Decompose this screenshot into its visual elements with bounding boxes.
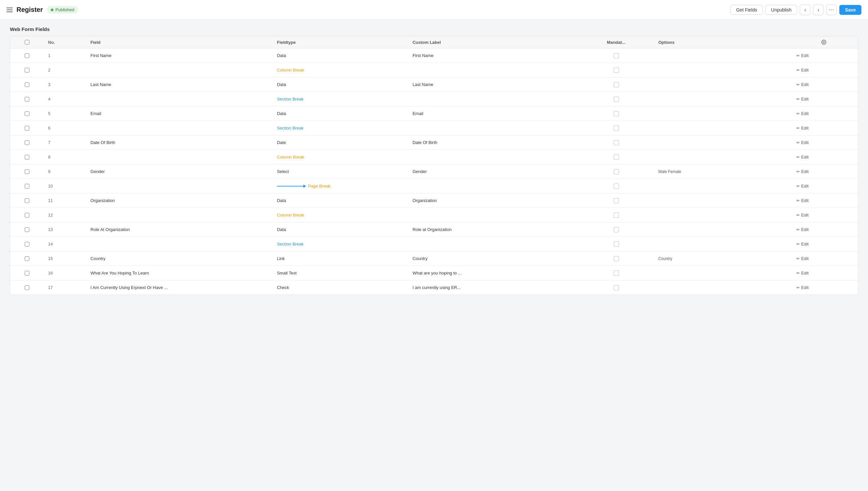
- mandatory-checkbox[interactable]: [614, 256, 619, 261]
- row-fieldtype: Small Text: [273, 266, 409, 281]
- mandatory-checkbox[interactable]: [614, 183, 619, 189]
- mandatory-checkbox[interactable]: [614, 198, 619, 203]
- row-number: 10: [44, 179, 87, 194]
- edit-button[interactable]: ✏ Edit: [794, 81, 811, 88]
- edit-pencil-icon: ✏: [796, 140, 800, 145]
- edit-button[interactable]: ✏ Edit: [794, 110, 811, 117]
- mandatory-checkbox[interactable]: [614, 96, 619, 102]
- menu-icon[interactable]: [7, 7, 12, 12]
- edit-button[interactable]: ✏ Edit: [794, 211, 811, 219]
- row-checkbox[interactable]: [25, 111, 29, 116]
- row-checkbox[interactable]: [25, 82, 29, 87]
- row-number: 11: [44, 194, 87, 208]
- mandatory-checkbox[interactable]: [614, 67, 619, 73]
- edit-label: Edit: [801, 212, 808, 218]
- row-fieldtype: Data: [273, 223, 409, 237]
- row-checkbox[interactable]: [25, 140, 29, 145]
- edit-button[interactable]: ✏ Edit: [794, 52, 811, 59]
- edit-button[interactable]: ✏ Edit: [794, 226, 811, 233]
- mandatory-checkbox[interactable]: [614, 140, 619, 145]
- row-checkbox[interactable]: [25, 53, 29, 58]
- edit-button[interactable]: ✏ Edit: [794, 182, 811, 190]
- page-title: Register: [17, 6, 43, 13]
- row-mandatory: [578, 107, 654, 121]
- edit-pencil-icon: ✏: [796, 285, 800, 290]
- table-row: 1First NameDataFirst Name ✏ Edit: [10, 49, 858, 63]
- row-fieldtype: Data: [273, 78, 409, 92]
- get-fields-button[interactable]: Get Fields: [731, 5, 763, 15]
- row-mandatory: [578, 281, 654, 295]
- edit-button[interactable]: ✏ Edit: [794, 153, 811, 161]
- edit-label: Edit: [801, 53, 808, 58]
- next-button[interactable]: ›: [813, 5, 823, 15]
- row-number: 12: [44, 208, 87, 223]
- row-mandatory: [578, 150, 654, 165]
- edit-pencil-icon: ✏: [796, 111, 800, 116]
- row-custom-label: Role at Organization: [409, 223, 578, 237]
- mandatory-checkbox[interactable]: [614, 53, 619, 58]
- prev-button[interactable]: ‹: [800, 5, 810, 15]
- save-button[interactable]: Save: [839, 5, 861, 15]
- edit-button[interactable]: ✏ Edit: [794, 240, 811, 248]
- row-options: [654, 150, 790, 165]
- edit-button[interactable]: ✏ Edit: [794, 197, 811, 204]
- row-checkbox[interactable]: [25, 68, 29, 73]
- edit-label: Edit: [801, 96, 808, 102]
- mandatory-checkbox[interactable]: [614, 227, 619, 232]
- edit-button[interactable]: ✏ Edit: [794, 168, 811, 175]
- select-all-checkbox[interactable]: [25, 40, 29, 45]
- row-checkbox[interactable]: [25, 256, 29, 261]
- edit-pencil-icon: ✏: [796, 68, 800, 73]
- edit-label: Edit: [801, 140, 808, 145]
- mandatory-checkbox[interactable]: [614, 125, 619, 131]
- row-number: 15: [44, 252, 87, 266]
- row-custom-label: [409, 63, 578, 78]
- mandatory-checkbox[interactable]: [614, 111, 619, 116]
- row-checkbox[interactable]: [25, 227, 29, 232]
- row-checkbox[interactable]: [25, 198, 29, 203]
- edit-button[interactable]: ✏ Edit: [794, 66, 811, 74]
- mandatory-checkbox[interactable]: [614, 241, 619, 247]
- row-checkbox[interactable]: [25, 271, 29, 276]
- edit-label: Edit: [801, 198, 808, 203]
- unpublish-button[interactable]: Unpublish: [765, 5, 797, 15]
- row-field: [86, 150, 273, 165]
- mandatory-checkbox[interactable]: [614, 154, 619, 160]
- row-checkbox[interactable]: [25, 184, 29, 189]
- edit-button[interactable]: ✏ Edit: [794, 255, 811, 262]
- edit-button[interactable]: ✏ Edit: [794, 95, 811, 103]
- row-checkbox[interactable]: [25, 213, 29, 218]
- row-custom-label: First Name: [409, 49, 578, 63]
- status-badge: Published: [47, 6, 78, 13]
- edit-label: Edit: [801, 67, 808, 73]
- col-label-header: Custom Label: [409, 36, 578, 49]
- row-number: 17: [44, 281, 87, 295]
- edit-button[interactable]: ✏ Edit: [794, 284, 811, 291]
- row-checkbox[interactable]: [25, 97, 29, 102]
- edit-label: Edit: [801, 154, 808, 160]
- row-mandatory: [578, 194, 654, 208]
- edit-pencil-icon: ✏: [796, 184, 800, 189]
- table-row: 16What Are You Hoping To LearnSmall Text…: [10, 266, 858, 281]
- row-checkbox[interactable]: [25, 242, 29, 247]
- mandatory-checkbox[interactable]: [614, 82, 619, 87]
- row-fieldtype: Column Break: [273, 150, 409, 165]
- mandatory-checkbox[interactable]: [614, 212, 619, 218]
- edit-button[interactable]: ✏ Edit: [794, 124, 811, 132]
- mandatory-checkbox[interactable]: [614, 270, 619, 276]
- table-row: 8Column Break ✏ Edit: [10, 150, 858, 165]
- row-checkbox[interactable]: [25, 169, 29, 174]
- table-row: 4Section Break ✏ Edit: [10, 92, 858, 107]
- mandatory-checkbox[interactable]: [614, 285, 619, 290]
- mandatory-checkbox[interactable]: [614, 169, 619, 174]
- row-field: Date Of Birth: [86, 136, 273, 150]
- row-checkbox[interactable]: [25, 155, 29, 160]
- row-checkbox[interactable]: [25, 285, 29, 290]
- more-button[interactable]: ···: [826, 5, 837, 15]
- gear-icon[interactable]: [794, 39, 854, 45]
- edit-button[interactable]: ✏ Edit: [794, 269, 811, 277]
- row-mandatory: [578, 208, 654, 223]
- edit-button[interactable]: ✏ Edit: [794, 139, 811, 146]
- row-custom-label: Country: [409, 252, 578, 266]
- row-checkbox[interactable]: [25, 126, 29, 131]
